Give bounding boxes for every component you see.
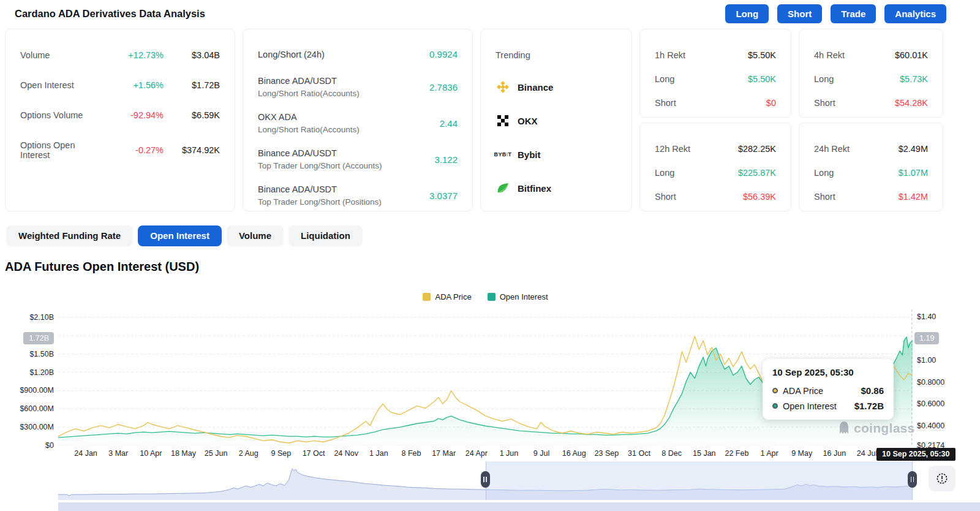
x-axis-tick: 15 Jan <box>693 449 716 458</box>
x-axis-tick: 1 Jan <box>369 449 388 458</box>
rekt-long-label: Long <box>655 165 738 180</box>
stat-change: +12.73% <box>96 50 164 60</box>
tooltip-value: $0.86 <box>861 385 884 396</box>
open-interest-axis-badge: 1.72B <box>23 332 54 344</box>
x-axis-tick: 16 Aug <box>562 449 586 458</box>
x-axis-tick: 9 May <box>791 449 812 458</box>
trending-card: Trending Binance OKX <box>480 29 632 211</box>
stat-change: +1.56% <box>96 80 164 90</box>
navigator-right-handle-icon[interactable] <box>908 471 917 488</box>
rekt-short-value: $0 <box>766 96 776 110</box>
y-axis-tick: $1.50B <box>29 350 54 358</box>
x-axis-tick: 2 Aug <box>239 449 258 458</box>
stat-label: Volume <box>20 50 96 60</box>
bybit-icon: BYBIT <box>496 147 510 162</box>
x-axis-tick: 18 May <box>171 449 196 458</box>
trending-name: Binance <box>518 82 553 93</box>
bitfinex-icon <box>496 181 510 195</box>
ratio-row: Binance ADA/USDT Top Trader Long/Short (… <box>258 181 458 210</box>
x-axis-tick: 24 Jul <box>857 449 877 458</box>
long-button[interactable]: Long <box>725 4 769 23</box>
trending-item-okx[interactable]: OKX <box>496 113 617 128</box>
ratio-subtitle: Top Trader Long/Short (Accounts) <box>258 161 434 170</box>
stat-row: Open Interest +1.56% $1.72B <box>20 80 220 90</box>
stat-row: Volume +12.73% $3.04B <box>20 50 220 60</box>
rekt-title: 12h Rekt <box>655 142 738 156</box>
navigator-selection[interactable] <box>486 461 913 500</box>
legend-open-interest[interactable]: Open Interest <box>488 292 548 301</box>
stat-value: $374.92K <box>164 145 220 155</box>
ratio-subtitle: Top Trader Long/Short (Positions) <box>258 197 429 206</box>
y-axis-tick: $1.00 <box>917 356 936 365</box>
crosshair-date-label: 10 Sep 2025, 05:30 <box>876 448 956 461</box>
ratio-value: 0.9924 <box>429 49 458 59</box>
rekt-title: 24h Rekt <box>814 142 899 156</box>
rekt-short-value: $54.28K <box>895 96 928 110</box>
chart-section-title: ADA Futures Open Interest (USD) <box>5 260 199 274</box>
rekt-short-value: $56.39K <box>743 189 776 204</box>
stat-label: Options Volume <box>20 110 96 120</box>
page-title: Cardano ADA Derivatives Data Analysis <box>15 0 205 27</box>
y-axis-tick: $300.00M <box>20 423 54 431</box>
open-interest-dot-icon <box>772 403 778 409</box>
y-axis-tick: $2.10B <box>29 313 54 322</box>
ratio-title: Long/Short (24h) <box>258 50 429 59</box>
short-button[interactable]: Short <box>777 4 822 23</box>
okx-icon <box>496 113 510 128</box>
rekt-title: 4h Rekt <box>814 48 895 62</box>
x-axis-labels: 24 Jan3 Mar10 Apr18 May25 Jun2 Aug9 Sep1… <box>58 449 913 459</box>
chart-settings-button[interactable] <box>929 466 956 491</box>
header-buttons: Long Short Trade Analytics <box>725 4 946 23</box>
trending-item-binance[interactable]: Binance <box>496 80 617 94</box>
stat-change: -0.27% <box>96 145 164 155</box>
stat-label: Open Interest <box>20 80 96 90</box>
x-axis-tick: 8 Feb <box>402 449 421 458</box>
y-axis-tick: $1.40 <box>917 312 936 321</box>
x-axis-tick: 23 Sep <box>595 449 619 458</box>
navigator-left-handle-icon[interactable] <box>481 471 490 488</box>
ratio-value: 2.44 <box>440 118 458 129</box>
trade-button[interactable]: Trade <box>831 4 876 23</box>
ratio-subtitle: Long/Short Ratio(Accounts) <box>258 89 429 98</box>
y-axis-tick: $1.20B <box>29 368 54 377</box>
coinglass-watermark: coinglass <box>837 420 915 436</box>
stat-value: $3.04B <box>164 50 220 60</box>
rekt-total: $5.50K <box>748 48 776 62</box>
legend-label: ADA Price <box>435 292 471 301</box>
coinglass-logo-icon <box>837 420 851 436</box>
y-axis-right: $1.40$1.20$1.00$0.8000$0.6000$0.4000$0.2… <box>917 309 978 445</box>
rekt-total: $2.49M <box>899 142 928 156</box>
rekt-1h-card: 1h Rekt$5.50K Long$5.50K Short$0 <box>639 29 791 118</box>
trending-item-bitfinex[interactable]: Bitfinex <box>496 181 617 195</box>
long-short-ratios-card: Long/Short (24h) 0.9924 Binance ADA/USDT… <box>243 29 473 211</box>
tab-weighted-funding-rate[interactable]: Weighted Funding Rate <box>6 225 133 246</box>
ratio-value: 2.7836 <box>429 82 458 93</box>
chart-legend: ADA Price Open Interest <box>58 292 913 301</box>
horizontal-scrollbar[interactable] <box>58 502 980 511</box>
rekt-long-value: $1.07M <box>899 165 928 180</box>
stat-value: $6.59K <box>164 110 220 120</box>
trending-item-bybit[interactable]: BYBIT Bybit <box>496 147 617 162</box>
x-axis-tick: 10 Apr <box>140 449 162 458</box>
chart-tooltip: 10 Sep 2025, 05:30 ADA Price $0.86 Open … <box>763 359 894 420</box>
rekt-short-label: Short <box>814 189 899 204</box>
tab-volume[interactable]: Volume <box>227 225 284 246</box>
alert-badge-icon <box>935 472 949 485</box>
analytics-button[interactable]: Analytics <box>884 4 946 23</box>
x-axis-tick: 24 Nov <box>334 449 358 458</box>
header: Cardano ADA Derivatives Data Analysis Lo… <box>0 0 980 27</box>
rekt-4h-card: 4h Rekt$60.01K Long$5.73K Short$54.28K <box>799 29 943 118</box>
y-axis-tick: $600.00M <box>20 404 54 413</box>
x-axis-tick: 1 Jun <box>500 449 519 458</box>
x-axis-tick: 1 Apr <box>760 449 778 458</box>
legend-ada-price[interactable]: ADA Price <box>423 292 471 301</box>
ratio-title: Binance ADA/USDT <box>258 184 429 194</box>
rekt-short-label: Short <box>655 189 743 204</box>
stat-label: Options Open Interest <box>20 140 96 160</box>
range-navigator[interactable] <box>58 464 913 500</box>
binance-icon <box>496 80 510 94</box>
tab-open-interest[interactable]: Open Interest <box>138 225 222 246</box>
rekt-long-value: $5.50K <box>748 72 776 86</box>
tab-liquidation[interactable]: Liquidation <box>288 225 363 246</box>
trending-name: Bybit <box>518 150 541 160</box>
